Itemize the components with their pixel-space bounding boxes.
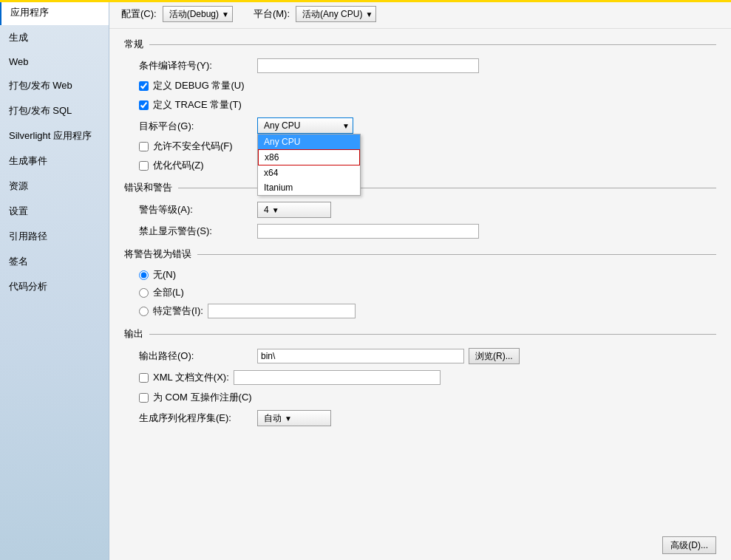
sidebar-item-signing[interactable]: 签名 (0, 249, 109, 274)
serialization-label: 生成序列化程序集(E): (139, 412, 257, 425)
define-trace-label: 定义 TRACE 常量(T) (153, 98, 242, 112)
target-platform-label: 目标平台(G): (139, 117, 257, 133)
output-path-row: 输出路径(O): 浏览(R)... (124, 348, 716, 364)
warn-all-label: 全部(L) (153, 286, 184, 299)
bottom-bar: 高级(D)... (109, 530, 731, 560)
platform-label: 平台(M): (254, 7, 290, 21)
treat-warnings-section-header: 将警告视为错误 (124, 247, 716, 261)
warning-level-arrow-icon: ▼ (272, 206, 279, 214)
sidebar-item-web[interactable]: Web (0, 50, 109, 73)
unsafe-code-checkbox[interactable] (139, 142, 149, 151)
suppress-warnings-label: 禁止显示警告(S): (139, 225, 257, 238)
platform-arrow-icon: ▼ (365, 10, 373, 18)
advanced-button[interactable]: 高级(D)... (662, 536, 716, 554)
warning-level-value: 4 (264, 205, 269, 215)
warn-specific-label: 特定警告(I): (153, 304, 203, 318)
platform-option-x64[interactable]: x64 (258, 165, 360, 180)
config-bar: 配置(C): 活动(Debug) ▼ 平台(M): 活动(Any CPU) ▼ (109, 0, 731, 29)
errors-warnings-title: 错误和警告 (124, 181, 172, 194)
warn-specific-input[interactable] (208, 304, 356, 318)
define-trace-row: 定义 TRACE 常量(T) (124, 98, 716, 112)
serialization-arrow-icon: ▼ (285, 414, 292, 423)
com-interop-checkbox[interactable] (139, 393, 149, 403)
sidebar-item-resources[interactable]: 资源 (0, 174, 109, 199)
main-area: 配置(C): 活动(Debug) ▼ 平台(M): 活动(Any CPU) ▼ … (109, 0, 731, 560)
xml-doc-row: XML 文档文件(X): (124, 370, 716, 385)
general-title: 常规 (124, 38, 143, 51)
optimize-code-label: 优化代码(Z) (153, 159, 204, 172)
config-label: 配置(C): (121, 7, 157, 21)
conditional-symbols-label: 条件编译符号(Y): (139, 59, 257, 72)
optimize-code-checkbox[interactable] (139, 161, 149, 171)
warn-all-radio[interactable] (139, 288, 149, 298)
browse-button[interactable]: 浏览(R)... (469, 348, 520, 364)
sidebar-item-reference-paths[interactable]: 引用路径 (0, 224, 109, 249)
suppress-warnings-row: 禁止显示警告(S): (124, 224, 716, 239)
sidebar-nav: 应用程序生成Web打包/发布 Web打包/发布 SQLSilverlight 应… (0, 0, 109, 299)
platform-option-x86[interactable]: x86 (258, 149, 360, 165)
main-content: 常规 条件编译符号(Y): 定义 DEBUG 常量(U) 定义 TRACE 常量… (109, 29, 731, 530)
platform-dropdown[interactable]: 活动(Any CPU) ▼ (296, 6, 376, 22)
optimize-code-row: 优化代码(Z) (124, 159, 716, 172)
app-container: 应用程序生成Web打包/发布 Web打包/发布 SQLSilverlight 应… (0, 0, 731, 560)
target-platform-wrapper: Any CPU ▼ Any CPU x86 x64 Itanium (257, 117, 353, 134)
xml-doc-label: XML 文档文件(X): (153, 371, 229, 384)
output-path-label: 输出路径(O): (139, 349, 257, 363)
sidebar-item-code-analysis[interactable]: 代码分析 (0, 274, 109, 299)
platform-option-any-cpu[interactable]: Any CPU (258, 134, 360, 149)
target-platform-row: 目标平台(G): Any CPU ▼ Any CPU x86 x64 Itani… (124, 117, 716, 134)
com-interop-row: 为 COM 互操作注册(C) (124, 391, 716, 404)
suppress-warnings-input[interactable] (257, 224, 479, 239)
com-interop-label: 为 COM 互操作注册(C) (153, 391, 252, 404)
serialization-value: 自动 (264, 412, 282, 425)
config-value: 活动(Debug) (169, 8, 219, 21)
config-dropdown[interactable]: 活动(Debug) ▼ (163, 6, 233, 22)
xml-doc-checkbox[interactable] (139, 373, 149, 383)
warn-none-label: 无(N) (153, 268, 176, 281)
conditional-symbols-input[interactable] (257, 58, 479, 73)
sidebar-item-publish-web[interactable]: 打包/发布 Web (0, 73, 109, 98)
xml-doc-input[interactable] (234, 370, 441, 385)
errors-warnings-section-header: 错误和警告 (124, 181, 716, 194)
general-section-header: 常规 (124, 38, 716, 51)
serialization-dropdown[interactable]: 自动 ▼ (257, 410, 331, 426)
sidebar: 应用程序生成Web打包/发布 Web打包/发布 SQLSilverlight 应… (0, 0, 109, 560)
warn-none-row: 无(N) (124, 268, 716, 281)
target-platform-select-btn[interactable]: Any CPU ▼ (257, 117, 353, 134)
platform-value: 活动(Any CPU) (302, 8, 362, 21)
sidebar-item-build-events[interactable]: 生成事件 (0, 148, 109, 174)
warn-none-radio[interactable] (139, 270, 149, 280)
define-debug-row: 定义 DEBUG 常量(U) (124, 79, 716, 92)
define-debug-checkbox[interactable] (139, 81, 149, 91)
warn-all-row: 全部(L) (124, 286, 716, 299)
warning-level-row: 警告等级(A): 4 ▼ (124, 202, 716, 218)
define-trace-checkbox[interactable] (139, 100, 149, 110)
define-debug-label: 定义 DEBUG 常量(U) (153, 79, 245, 92)
warning-level-label: 警告等级(A): (139, 203, 257, 216)
target-platform-arrow-icon: ▼ (342, 122, 350, 130)
serialization-row: 生成序列化程序集(E): 自动 ▼ (124, 410, 716, 426)
sidebar-item-publish-sql[interactable]: 打包/发布 SQL (0, 98, 109, 123)
warning-level-dropdown[interactable]: 4 ▼ (257, 202, 331, 218)
unsafe-code-row: 允许不安全代码(F) (124, 140, 716, 153)
unsafe-code-label: 允许不安全代码(F) (153, 140, 233, 153)
config-arrow-icon: ▼ (222, 10, 229, 18)
target-platform-value: Any CPU (264, 120, 300, 131)
sidebar-item-build[interactable]: 生成 (0, 25, 109, 50)
output-title: 输出 (124, 327, 143, 341)
output-path-input[interactable] (257, 349, 464, 363)
conditional-symbols-row: 条件编译符号(Y): (124, 58, 716, 73)
target-platform-dropdown-list: Any CPU x86 x64 Itanium (257, 134, 361, 196)
warn-specific-row: 特定警告(I): (124, 304, 716, 318)
warn-specific-radio[interactable] (139, 307, 149, 316)
yellow-top-bar (0, 0, 731, 2)
sidebar-item-app[interactable]: 应用程序 (0, 0, 109, 25)
sidebar-item-silverlight[interactable]: Silverlight 应用程序 (0, 123, 109, 148)
treat-warnings-title: 将警告视为错误 (124, 247, 191, 261)
sidebar-item-settings[interactable]: 设置 (0, 199, 109, 224)
platform-option-itanium[interactable]: Itanium (258, 180, 360, 195)
output-section-header: 输出 (124, 327, 716, 341)
